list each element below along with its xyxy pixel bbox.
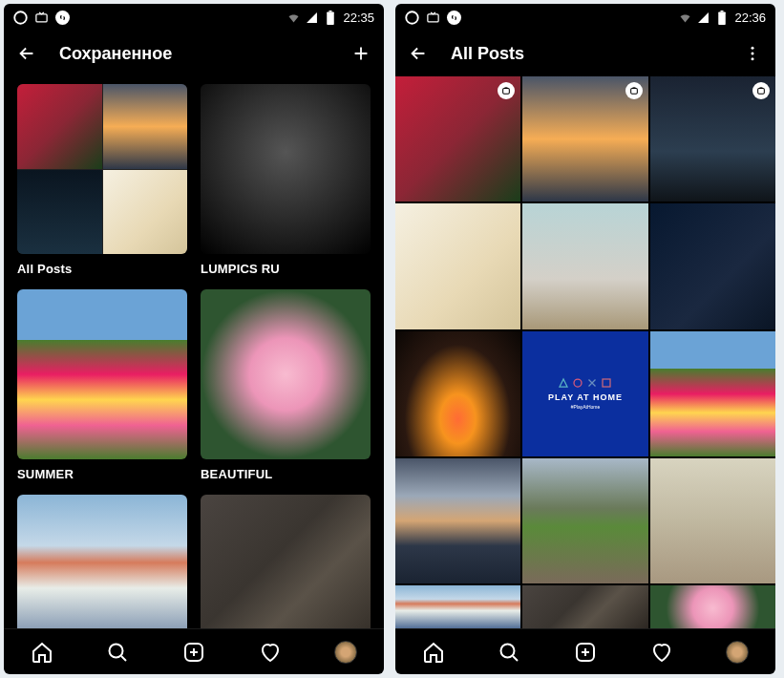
svg-rect-13 xyxy=(503,89,510,95)
post-item[interactable] xyxy=(650,458,775,583)
ps-tag: #PlayAtHome xyxy=(571,404,601,410)
post-item[interactable] xyxy=(522,203,647,328)
svg-point-0 xyxy=(14,11,27,24)
svg-rect-17 xyxy=(603,379,610,387)
page-title: Сохраненное xyxy=(59,44,350,64)
svg-rect-7 xyxy=(428,13,438,21)
opera-icon xyxy=(13,11,28,25)
app-header: Сохраненное xyxy=(4,31,384,76)
post-item[interactable] xyxy=(522,458,647,583)
svg-point-16 xyxy=(574,379,582,387)
nav-activity[interactable] xyxy=(257,639,284,666)
collection-thumb xyxy=(17,495,187,628)
collection-summer[interactable]: SUMMER xyxy=(17,289,187,481)
ps-shapes-icon xyxy=(558,377,612,389)
svg-point-18 xyxy=(501,644,515,657)
collection-label: LUMPICS RU xyxy=(201,262,371,276)
status-right: 22:35 xyxy=(286,11,374,25)
status-bar: 22:35 xyxy=(4,4,384,31)
igtv-icon xyxy=(625,82,643,99)
page-title: All Posts xyxy=(451,44,741,64)
collection-beautiful[interactable]: BEAUTIFUL xyxy=(201,289,371,481)
status-time: 22:36 xyxy=(734,11,766,25)
nav-activity[interactable] xyxy=(648,639,675,666)
post-item[interactable] xyxy=(522,76,647,201)
svg-rect-15 xyxy=(758,89,765,95)
wifi-icon xyxy=(286,11,301,25)
svg-point-6 xyxy=(406,11,418,24)
status-right: 22:36 xyxy=(678,11,766,25)
nav-home[interactable] xyxy=(420,639,447,666)
opera-icon xyxy=(405,11,419,25)
posts-grid: PLAY AT HOME #PlayAtHome xyxy=(395,76,775,628)
status-left xyxy=(405,11,461,25)
igtv-icon xyxy=(498,82,515,99)
bottom-nav xyxy=(395,628,775,674)
igtv-icon xyxy=(752,82,770,99)
svg-rect-8 xyxy=(718,11,726,25)
svg-point-12 xyxy=(752,57,754,60)
post-item[interactable] xyxy=(395,331,520,456)
shazam-icon xyxy=(55,11,70,25)
tv-icon xyxy=(426,11,440,25)
wifi-icon xyxy=(678,11,692,25)
post-item[interactable] xyxy=(650,76,775,201)
avatar-icon xyxy=(334,641,357,664)
phone-right: 22:36 All Posts PLAY AT HOME # xyxy=(395,4,775,674)
battery-icon xyxy=(323,11,337,25)
avatar-icon xyxy=(726,641,749,664)
collection-label: BEAUTIFUL xyxy=(201,467,371,481)
app-header: All Posts xyxy=(395,31,775,76)
tv-icon xyxy=(34,11,49,25)
nav-search[interactable] xyxy=(496,639,522,666)
post-item[interactable] xyxy=(650,203,775,328)
collection-thumb xyxy=(201,84,371,254)
svg-rect-1 xyxy=(36,13,47,21)
post-item[interactable] xyxy=(522,585,647,628)
nav-add[interactable] xyxy=(180,639,207,666)
collection-lumpics[interactable]: LUMPICS RU xyxy=(201,84,371,276)
svg-rect-2 xyxy=(327,11,334,25)
nav-add[interactable] xyxy=(572,639,599,666)
svg-point-10 xyxy=(752,47,754,50)
collection-thumb xyxy=(201,289,371,459)
collection-all-posts[interactable]: All Posts xyxy=(17,84,187,276)
collection-label: SUMMER xyxy=(17,467,187,481)
collection-item[interactable] xyxy=(201,495,371,628)
phone-left: 22:35 Сохраненное All Posts LUMPICS RU xyxy=(4,4,384,674)
nav-profile[interactable] xyxy=(332,639,359,666)
post-item[interactable] xyxy=(395,585,520,628)
bottom-nav xyxy=(4,628,384,674)
post-item[interactable] xyxy=(395,76,520,201)
nav-search[interactable] xyxy=(104,639,131,666)
post-item[interactable] xyxy=(395,458,520,583)
shazam-icon xyxy=(447,11,461,25)
status-bar: 22:36 xyxy=(395,4,775,31)
nav-home[interactable] xyxy=(29,639,55,666)
signal-icon xyxy=(696,11,710,25)
post-item[interactable] xyxy=(650,331,775,456)
back-button[interactable] xyxy=(15,42,38,65)
post-item[interactable] xyxy=(650,585,775,628)
more-button[interactable] xyxy=(741,42,764,65)
svg-point-11 xyxy=(752,53,754,55)
collection-label: All Posts xyxy=(17,262,187,276)
ps-title: PLAY AT HOME xyxy=(548,392,623,402)
svg-rect-14 xyxy=(630,89,637,95)
battery-icon xyxy=(714,11,729,25)
svg-point-4 xyxy=(110,644,123,657)
signal-icon xyxy=(305,11,319,25)
collection-thumb xyxy=(17,289,187,459)
back-button[interactable] xyxy=(407,42,430,65)
post-item[interactable] xyxy=(395,203,520,328)
post-item-playstation[interactable]: PLAY AT HOME #PlayAtHome xyxy=(522,331,647,456)
collections-grid: All Posts LUMPICS RU SUMMER BEAUTIFUL xyxy=(4,76,384,628)
nav-profile[interactable] xyxy=(724,639,751,666)
status-left xyxy=(13,11,70,25)
collection-item[interactable] xyxy=(17,495,187,628)
collections-content: All Posts LUMPICS RU SUMMER BEAUTIFUL xyxy=(4,76,384,628)
status-time: 22:35 xyxy=(343,11,374,25)
add-button[interactable] xyxy=(350,42,372,65)
svg-rect-9 xyxy=(720,11,723,12)
collection-thumb xyxy=(17,84,187,254)
